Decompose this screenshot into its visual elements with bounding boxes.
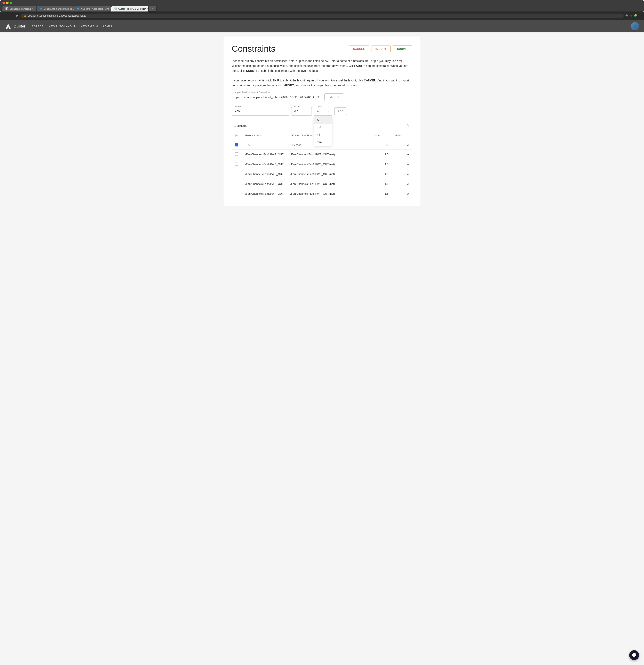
row-r2-value: 1.5	[371, 150, 392, 159]
bookmark-icon[interactable]: ☆	[630, 14, 633, 17]
tab-dashboard[interactable]: 📊 Dashboard | Shortcut ×	[2, 6, 36, 12]
import-select[interactable]: qpico unrouted unplaced.kicad_pcb --- 20…	[232, 93, 322, 101]
nav-auto-layout[interactable]: NEW AUTO-LAYOUT	[49, 24, 75, 29]
row-r1-checkbox[interactable]: ✓	[235, 143, 238, 147]
row-r4-value: 1.5	[371, 169, 392, 179]
row-r3-checkbox[interactable]	[235, 162, 238, 166]
row-r3-value: 1.5	[371, 159, 392, 169]
address-bar-container: ← → ↻ 🔒 app.quilter.ai/constraints/64ff2…	[0, 12, 644, 20]
nav-em-sim[interactable]: NEW EM SIM	[80, 24, 98, 29]
table-row: /Fan Channels/Fan1/PWR_OUT/Fan Channels/…	[232, 150, 412, 159]
row-r1-rule: +5V	[242, 140, 287, 150]
submit-button[interactable]: SUBMIT	[393, 45, 412, 52]
nav-admin[interactable]: ADMIN	[103, 24, 112, 29]
logo-text: Quilter	[14, 24, 25, 28]
refresh-button[interactable]: ↻	[15, 14, 19, 18]
table-row: /Fan Channels/Fan4/PWR_OUT/Fan Channels/…	[232, 179, 412, 189]
units-option-mil[interactable]: mil	[314, 131, 332, 138]
page-title: Constraints	[232, 44, 275, 54]
tab-quilter-close[interactable]: ×	[147, 7, 148, 10]
col-header-value: Value	[371, 131, 392, 140]
tab-dashboard-close[interactable]: ×	[32, 7, 34, 10]
description-block: Please fill out any constraints on netcl…	[232, 59, 412, 88]
cancel-button[interactable]: CANCEL	[349, 45, 369, 52]
row-r4-rule: /Fan Channels/Fan3/PWR_OUT	[242, 169, 287, 179]
chat-bubble-button[interactable]: 💬	[629, 650, 639, 660]
row-r6-rule: /Fan Channels/Fan5/PWR_OUT	[242, 189, 287, 199]
search-icon[interactable]: 🔍	[625, 14, 629, 17]
user-avatar[interactable]: 👤	[631, 22, 639, 30]
tab-quilter[interactable]: ⚙️ Quilter - The PCB Compiler ×	[111, 6, 148, 12]
tab-jira-close[interactable]: ×	[110, 7, 111, 10]
lock-icon: 🔒	[24, 15, 27, 17]
row-r5-units: A	[392, 179, 412, 189]
row-r3-rule: /Fan Channels/Fan2/PWR_OUT	[242, 159, 287, 169]
select-all-checkbox[interactable]: −	[235, 134, 238, 137]
row-r1-value: 0.5	[371, 140, 392, 150]
name-field-label: Name	[234, 105, 241, 108]
menu-icon[interactable]: ⋮	[639, 14, 642, 17]
name-field: Name	[232, 107, 289, 116]
units-option-A[interactable]: A	[314, 116, 332, 124]
row-r3-affected: /Fan Channels/Fan2/PWR_OUT (net)	[287, 159, 371, 169]
browser-tab-bar: 📊 Dashboard | Shortcut × 🔷 Constraints m…	[2, 6, 642, 12]
row-r2-checkbox[interactable]	[235, 152, 238, 156]
tab-jira-label: AL board - Agile board - Jira	[81, 7, 109, 10]
row-r3-units: A	[392, 159, 412, 169]
traffic-minimize[interactable]	[6, 2, 8, 4]
tab-jira[interactable]: 🔷 AL board - Agile board - Jira ×	[74, 6, 111, 12]
browser-action-icons: 🔍 ☆ 🧩 ⋮	[625, 14, 642, 17]
traffic-maximize[interactable]	[10, 2, 12, 4]
row-r4-checkbox[interactable]	[235, 172, 238, 175]
row-r2-units: A	[392, 150, 412, 159]
row-r1-units: A	[392, 140, 412, 150]
row-r6-check-cell	[232, 189, 242, 199]
delete-selected-button[interactable]: 🗑	[406, 124, 410, 128]
sort-arrow-icon[interactable]: ↑	[260, 134, 262, 137]
row-r4-affected: /Fan Channels/Fan3/PWR_OUT (net)	[287, 169, 371, 179]
back-button[interactable]: ←	[2, 14, 7, 18]
name-input[interactable]	[232, 107, 289, 116]
row-r5-affected: /Fan Channels/Fan4/PWR_OUT (net)	[287, 179, 371, 189]
tab-constraints-manager[interactable]: 🔷 Constraints manager and sc... ×	[37, 6, 74, 12]
row-r5-check-cell	[232, 179, 242, 189]
value-field-label: value	[293, 105, 300, 108]
add-button[interactable]: ADD	[334, 108, 347, 115]
import-button[interactable]: IMPORT	[371, 45, 391, 52]
app-logo[interactable]: Quilter	[5, 23, 25, 30]
traffic-close[interactable]	[2, 2, 5, 4]
extension-icon[interactable]: 🧩	[634, 14, 638, 17]
tab-constraints-label: Constraints manager and sc...	[44, 7, 74, 10]
value-field: value	[291, 107, 312, 116]
value-input[interactable]	[291, 107, 312, 116]
col-header-rule[interactable]: Rule Name ↑	[242, 131, 287, 140]
import-field-wrapper: Import Previous Layout Constraints qpico…	[232, 93, 322, 101]
row-r5-checkbox[interactable]	[235, 182, 238, 185]
units-option-mA[interactable]: mA	[314, 124, 332, 131]
description-para-2: If you have no constraints, click SKIP t…	[232, 78, 412, 88]
chat-icon: 💬	[632, 653, 637, 658]
import-action-button[interactable]: IMPORT	[324, 93, 343, 101]
row-r2-affected: /Fan Channels/Fan1/PWR_OUT (net)	[287, 150, 371, 159]
forward-button[interactable]: →	[8, 14, 13, 18]
row-r2-rule: /Fan Channels/Fan1/PWR_OUT	[242, 150, 287, 159]
tab-quilter-label: Quilter - The PCB Compiler	[118, 7, 146, 10]
new-tab-button[interactable]: +	[149, 6, 156, 12]
rule-name-header: Rule Name	[245, 134, 259, 137]
tab-dashboard-label: Dashboard | Shortcut	[10, 7, 31, 10]
logo-icon	[5, 23, 12, 30]
row-r6-checkbox[interactable]	[235, 192, 238, 195]
nav-links: BOARDS NEW AUTO-LAYOUT NEW EM SIM ADMIN	[32, 24, 112, 29]
page-header: Constraints CANCEL IMPORT SUBMIT	[232, 44, 412, 54]
app-navbar: Quilter BOARDS NEW AUTO-LAYOUT NEW EM SI…	[0, 20, 644, 33]
row-r6-units: A	[392, 189, 412, 199]
nav-boards[interactable]: BOARDS	[32, 24, 43, 29]
address-input[interactable]: 🔒 app.quilter.ai/constraints/64ff2aa0be3…	[20, 14, 624, 18]
table-body: ✓+5V+5V (net)0.5A/Fan Channels/Fan1/PWR_…	[232, 140, 412, 198]
content-card: Constraints CANCEL IMPORT SUBMIT Please …	[224, 37, 420, 206]
table-row: /Fan Channels/Fan3/PWR_OUT/Fan Channels/…	[232, 169, 412, 179]
units-option-mm[interactable]: mm	[314, 138, 332, 146]
units-dropdown: A mA mil mm	[314, 116, 332, 146]
tab-constraints-favicon: 🔷	[40, 7, 42, 10]
units-select[interactable]: A mA mil mm	[314, 107, 332, 116]
